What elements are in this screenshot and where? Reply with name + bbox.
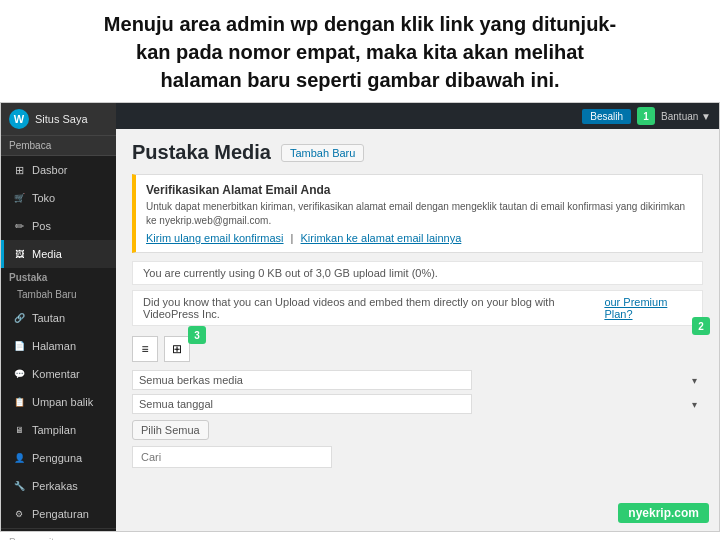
sidebar-item-label: Tautan [32, 312, 65, 324]
search-row [132, 446, 703, 468]
komentar-icon [12, 367, 26, 381]
premium-info-text: Did you know that you can Upload videos … [143, 296, 600, 320]
sidebar-item-pos[interactable]: Pos [1, 212, 116, 240]
separator: | [291, 232, 294, 244]
sidebar-item-umpan-balik[interactable]: Umpan balik [1, 388, 116, 416]
sidebar-item-label: Umpan balik [32, 396, 93, 408]
sidebar-item-tampilan[interactable]: Tampilan [1, 416, 116, 444]
media-type-filter[interactable]: Semua berkas media [132, 370, 472, 390]
sidebar-subitem-tambah-baru[interactable]: Tambah Baru [1, 285, 116, 304]
pengaturan-icon [12, 507, 26, 521]
notification-box: Verifikasikan Alamat Email Anda Untuk da… [132, 174, 703, 253]
media-icon [12, 247, 26, 261]
sidebar: W Situs Saya Pembaca Dasbor Toko Pos Med… [1, 103, 116, 531]
change-email-link[interactable]: Kirimkan ke alamat email lainnya [301, 232, 462, 244]
page-content: Pustaka Media Tambah Baru Verifikasikan … [116, 129, 719, 531]
sidebar-item-tautan[interactable]: Tautan [1, 304, 116, 332]
tautan-icon [12, 311, 26, 325]
wp-logo: W [9, 109, 29, 129]
sidebar-item-label: Pengguna [32, 452, 82, 464]
sidebar-site-name: Situs Saya [35, 113, 88, 125]
grid-view-button[interactable]: ⊞ [164, 336, 190, 362]
date-filter-wrapper: Semua tanggal [132, 394, 703, 414]
toko-icon [12, 191, 26, 205]
umpan-icon [12, 395, 26, 409]
besalih-button[interactable]: Besalih [582, 109, 631, 124]
tampilan-icon [12, 423, 26, 437]
collapse-menu-btn[interactable]: Persempit menu [1, 528, 116, 540]
callout-2: 2 [692, 317, 710, 335]
sidebar-item-pengaturan[interactable]: Pengaturan [1, 500, 116, 528]
sidebar-item-label: Media [32, 248, 62, 260]
resend-email-link[interactable]: Kirim ulang email konfirmasi [146, 232, 284, 244]
sidebar-item-label: Halaman [32, 340, 76, 352]
sidebar-item-label: Perkakas [32, 480, 78, 492]
dasbor-icon [12, 163, 26, 177]
sidebar-item-pengguna[interactable]: Pengguna [1, 444, 116, 472]
media-type-filter-wrapper: Semua berkas media [132, 370, 703, 390]
pos-icon [12, 219, 26, 233]
callout-1: 1 [637, 107, 655, 125]
main-content: Besalih 1 Bantuan ▼ Pustaka Media Tambah… [116, 103, 719, 531]
action-row: Pilih Semua [132, 420, 703, 440]
premium-plan-link[interactable]: our Premium Plan? [604, 296, 692, 320]
list-view-button[interactable]: ≡ [132, 336, 158, 362]
date-filter[interactable]: Semua tanggal [132, 394, 472, 414]
sidebar-item-label: Pengaturan [32, 508, 89, 520]
sidebar-pembaca[interactable]: Pembaca [1, 136, 116, 156]
sidebar-item-label: Komentar [32, 368, 80, 380]
sidebar-item-komentar[interactable]: Komentar [1, 360, 116, 388]
sidebar-pembaca-label: Pembaca [9, 140, 51, 151]
page-header: Pustaka Media Tambah Baru [132, 141, 703, 164]
help-icon[interactable]: Bantuan ▼ [661, 111, 711, 122]
notification-body: Untuk dapat menerbitkan kiriman, verifik… [146, 200, 692, 228]
sidebar-section-pustaka: Pustaka [1, 268, 116, 285]
sidebar-item-toko[interactable]: Toko [1, 184, 116, 212]
screenshot-container: W Situs Saya Pembaca Dasbor Toko Pos Med… [0, 102, 720, 532]
pengguna-icon [12, 451, 26, 465]
media-toolbar: ≡ ⊞ 3 [132, 336, 703, 362]
add-new-button[interactable]: Tambah Baru [281, 144, 364, 162]
brand-tag: nyekrip.com [618, 503, 709, 523]
halaman-icon [12, 339, 26, 353]
notification-title: Verifikasikan Alamat Email Anda [146, 183, 692, 197]
sidebar-item-media[interactable]: Media [1, 240, 116, 268]
perkakas-icon [12, 479, 26, 493]
select-all-button[interactable]: Pilih Semua [132, 420, 209, 440]
page-title: Pustaka Media [132, 141, 271, 164]
filters-row: Semua berkas media Semua tanggal [132, 370, 703, 414]
storage-info-bar: You are currently using 0 KB out of 3,0 … [132, 261, 703, 285]
storage-info-text: You are currently using 0 KB out of 3,0 … [143, 267, 438, 279]
sidebar-header: W Situs Saya [1, 103, 116, 136]
admin-bar: Besalih 1 Bantuan ▼ [116, 103, 719, 129]
sidebar-item-label: Tampilan [32, 424, 76, 436]
sidebar-item-perkakas[interactable]: Perkakas [1, 472, 116, 500]
sidebar-item-halaman[interactable]: Halaman [1, 332, 116, 360]
instruction-text: Menuju area admin wp dengan klik link ya… [0, 0, 720, 102]
premium-info-bar: Did you know that you can Upload videos … [132, 290, 703, 326]
search-input[interactable] [132, 446, 332, 468]
sidebar-item-label: Toko [32, 192, 55, 204]
callout-3: 3 [188, 326, 206, 344]
sidebar-item-label: Dasbor [32, 164, 67, 176]
sidebar-item-dasbor[interactable]: Dasbor [1, 156, 116, 184]
sidebar-item-label: Pos [32, 220, 51, 232]
